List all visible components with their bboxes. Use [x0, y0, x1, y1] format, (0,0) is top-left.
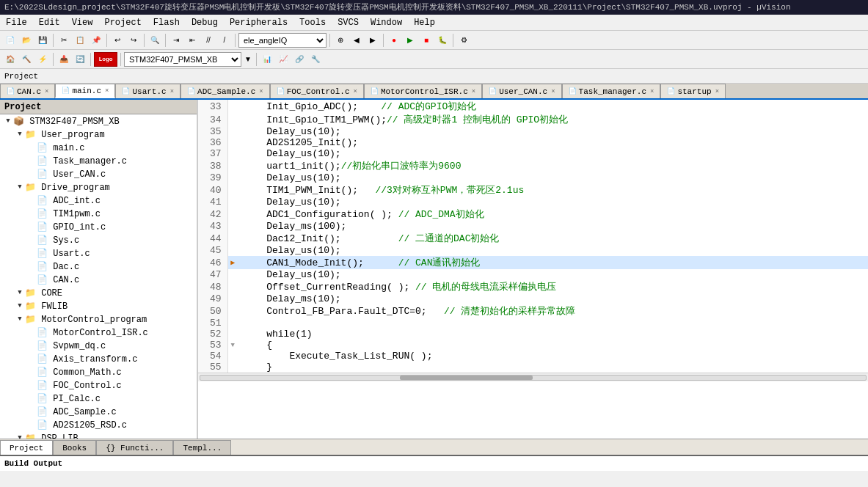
tree-item-18[interactable]: 📄 Axis_transform.c: [0, 352, 197, 365]
tab-close-0[interactable]: ×: [45, 88, 48, 95]
t2-btn5[interactable]: 🔄: [73, 52, 87, 67]
bottom-tab-0[interactable]: Project: [0, 440, 53, 455]
build-btn[interactable]: ●: [387, 33, 401, 48]
line-code-39[interactable]: Delay_us(10);: [238, 172, 868, 183]
scrollbar-track[interactable]: [200, 375, 867, 381]
line-code-33[interactable]: Init_Gpio_ADC(); // ADC的GPIO初始化: [238, 100, 868, 113]
logo-btn[interactable]: Logo: [94, 52, 117, 67]
tree-item-17[interactable]: 📄 Svpwm_dq.c: [0, 339, 197, 352]
indent-btn[interactable]: ⇥: [169, 33, 183, 48]
menu-item-debug[interactable]: Debug: [186, 15, 224, 30]
line-code-44[interactable]: Dac12_Init(); // 二通道的DAC初始化: [238, 232, 868, 245]
tab-close-3[interactable]: ×: [259, 88, 263, 95]
tab-close-4[interactable]: ×: [354, 88, 357, 95]
h-scrollbar[interactable]: [198, 373, 868, 381]
bottom-tab-1[interactable]: Books: [53, 440, 96, 455]
project-panel[interactable]: Project ▼📦 STM32F407_PMSM_XB▼📁 User_prog…: [0, 100, 198, 439]
tree-item-19[interactable]: 📄 Common_Math.c: [0, 365, 197, 378]
tab-main-c[interactable]: 📄main.c×: [55, 84, 115, 98]
tree-item-12[interactable]: 📄 CAN.c: [0, 273, 197, 286]
open-btn[interactable]: 📂: [19, 33, 34, 48]
back-btn[interactable]: ◀: [349, 33, 364, 48]
tab-close-1[interactable]: ×: [105, 87, 109, 95]
line-code-41[interactable]: Delay_us(10);: [238, 197, 868, 208]
settings-btn[interactable]: ⚙: [456, 33, 471, 48]
tree-item-23[interactable]: 📄 AD2S1205_RSD.c: [0, 418, 197, 431]
line-code-38[interactable]: uart1_init();//初始化串口波特率为9600: [238, 159, 868, 172]
tree-item-2[interactable]: 📄 main.c: [0, 141, 197, 154]
tree-item-0[interactable]: ▼📦 STM32F407_PMSM_XB: [0, 114, 197, 128]
tree-item-10[interactable]: 📄 Usart.c: [0, 246, 197, 260]
new-btn[interactable]: 📄: [3, 33, 18, 48]
tree-item-13[interactable]: ▼📁 CORE: [0, 286, 197, 299]
outdent-btn[interactable]: ⇤: [185, 33, 200, 48]
line-code-54[interactable]: Execute_Task_List_RUN( );: [238, 351, 868, 362]
menu-item-help[interactable]: Help: [408, 15, 441, 30]
t2-btn6[interactable]: 📊: [260, 52, 274, 67]
tab-close-2[interactable]: ×: [170, 88, 174, 95]
t2-btn3[interactable]: ⚡: [35, 52, 50, 67]
line-code-35[interactable]: Delay_us(10);: [238, 126, 868, 137]
tab-usart-c[interactable]: 📄Usart.c×: [115, 84, 180, 98]
tree-item-11[interactable]: 📄 Dac.c: [0, 260, 197, 273]
line-code-49[interactable]: Delay_ms(10);: [238, 293, 868, 304]
menu-item-project[interactable]: Project: [98, 15, 147, 30]
bottom-tab-2[interactable]: {} Functi...: [96, 440, 173, 455]
line-code-51[interactable]: [238, 318, 868, 329]
copy-btn[interactable]: 📋: [73, 33, 87, 48]
t2-btn8[interactable]: 🔗: [292, 52, 307, 67]
line-code-48[interactable]: Offset_CurrentReading( ); // 电机的母线电流采样偏执…: [238, 280, 868, 293]
t2-btn7[interactable]: 📈: [276, 52, 291, 67]
tab-close-8[interactable]: ×: [715, 88, 719, 95]
tree-item-6[interactable]: 📄 ADC_int.c: [0, 194, 197, 207]
run-btn[interactable]: ▶: [403, 33, 417, 48]
line-code-37[interactable]: Delay_us(10);: [238, 148, 868, 159]
menu-item-edit[interactable]: Edit: [33, 15, 66, 30]
line-code-47[interactable]: Delay_us(10);: [238, 269, 868, 280]
jump-btn[interactable]: ⊕: [333, 33, 348, 48]
line-code-46[interactable]: CAN1_Mode_Init(); // CAN通讯初始化: [238, 256, 868, 269]
line-code-40[interactable]: TIM1_PWM_Init(); //3对对称互补PWM，带死区2.1us: [238, 183, 868, 197]
t2-dd-btn[interactable]: ▼: [243, 52, 253, 67]
t2-btn1[interactable]: 🏠: [3, 52, 18, 67]
tab-foc_control-c[interactable]: 📄FOC_Control.c×: [270, 84, 364, 98]
menu-item-window[interactable]: Window: [365, 15, 408, 30]
scrollbar-thumb[interactable]: [400, 376, 533, 380]
undo-btn[interactable]: ↩: [110, 33, 125, 48]
tab-motorcontrol_isr-c[interactable]: 📄MotorControl_ISR.c×: [364, 84, 482, 98]
tab-close-6[interactable]: ×: [551, 88, 555, 95]
tree-expander-13[interactable]: ▼: [15, 289, 25, 296]
stop-btn[interactable]: ■: [419, 33, 434, 48]
tree-item-24[interactable]: ▼📁 DSP_LIB: [0, 431, 197, 439]
tree-item-15[interactable]: ▼📁 MotorControl_program: [0, 312, 197, 326]
line-code-36[interactable]: AD2S1205_Init();: [238, 137, 868, 148]
tab-task_manager-c[interactable]: 📄Task_manager.c×: [562, 84, 661, 98]
menu-item-view[interactable]: View: [66, 15, 99, 30]
line-code-50[interactable]: Control_FB_Para.Fault_DTC=0; // 清楚初始化的采样…: [238, 304, 868, 318]
uncomment-btn[interactable]: /: [217, 33, 232, 48]
tree-expander-14[interactable]: ▼: [15, 302, 25, 310]
tree-item-7[interactable]: 📄 TIM1pwm.c: [0, 207, 197, 220]
tab-adc_sample-c[interactable]: 📄ADC_Sample.c×: [180, 84, 270, 98]
function-dropdown[interactable]: ele_angleIQ: [238, 33, 327, 48]
tree-item-5[interactable]: ▼📁 Drive_program: [0, 180, 197, 194]
tree-item-22[interactable]: 📄 ADC_Sample.c: [0, 405, 197, 418]
line-code-52[interactable]: while(1): [238, 329, 868, 340]
line-code-45[interactable]: Delay_us(10);: [238, 245, 868, 256]
menu-item-file[interactable]: File: [0, 15, 33, 30]
line-code-34[interactable]: Init_Gpio_TIM1_PWM();// 高级定时器1 控制电机的 GPI…: [238, 113, 868, 126]
tree-expander-5[interactable]: ▼: [15, 183, 25, 191]
menu-item-flash[interactable]: Flash: [147, 15, 186, 30]
t2-btn2[interactable]: 🔨: [19, 52, 34, 67]
tree-item-20[interactable]: 📄 FOC_Control.c: [0, 378, 197, 392]
tree-item-1[interactable]: ▼📁 User_program: [0, 128, 197, 141]
tree-item-16[interactable]: 📄 MotorControl_ISR.c: [0, 326, 197, 339]
tab-startup[interactable]: 📄startup×: [660, 84, 726, 98]
paste-btn[interactable]: 📌: [89, 33, 103, 48]
target-dropdown[interactable]: STM32F407_PMSM_XB: [124, 52, 241, 67]
tree-item-9[interactable]: 📄 Sys.c: [0, 233, 197, 246]
menu-item-svcs[interactable]: SVCS: [332, 15, 365, 30]
tree-expander-0[interactable]: ▼: [3, 117, 13, 125]
menu-item-tools[interactable]: Tools: [293, 15, 332, 30]
tree-expander-1[interactable]: ▼: [15, 131, 25, 138]
